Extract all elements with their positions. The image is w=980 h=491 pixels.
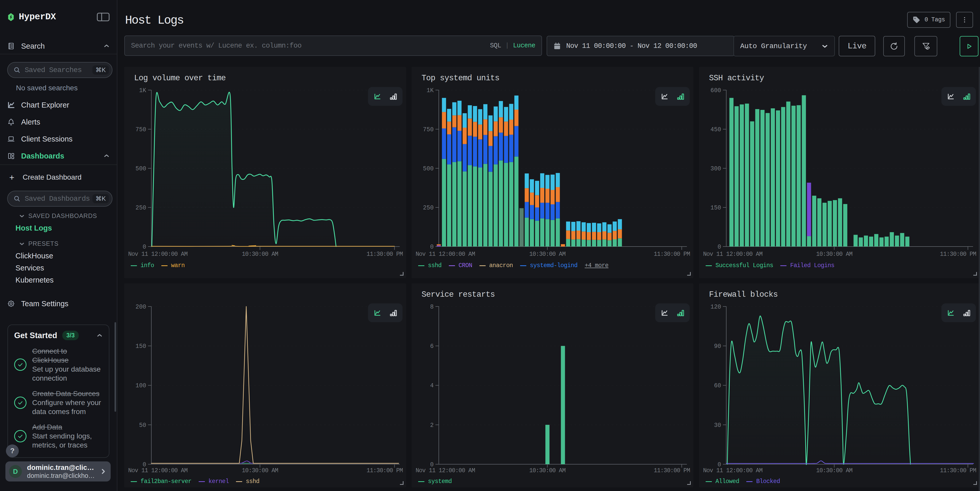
svg-text:300: 300 — [711, 165, 721, 172]
svg-text:150: 150 — [135, 343, 146, 350]
svg-text:10:30:00 AM: 10:30:00 AM — [529, 467, 565, 474]
svg-text:2: 2 — [430, 422, 434, 429]
svg-text:120: 120 — [711, 303, 721, 310]
svg-text:Nov 11 12:00:00 AM: Nov 11 12:00:00 AM — [703, 251, 762, 257]
svg-text:8: 8 — [430, 303, 434, 310]
svg-text:90: 90 — [714, 343, 721, 350]
svg-text:50: 50 — [139, 422, 146, 429]
svg-text:11:30:00 PM: 11:30:00 PM — [654, 251, 690, 257]
svg-text:0: 0 — [143, 244, 146, 250]
svg-text:Nov 11 12:00:00 AM: Nov 11 12:00:00 AM — [415, 251, 475, 257]
svg-text:100: 100 — [135, 382, 146, 389]
svg-text:Nov 11 12:00:00 AM: Nov 11 12:00:00 AM — [415, 467, 475, 474]
svg-text:10:30:00 AM: 10:30:00 AM — [816, 251, 852, 257]
svg-text:750: 750 — [135, 126, 146, 133]
svg-text:150: 150 — [711, 205, 721, 211]
svg-text:10:30:00 AM: 10:30:00 AM — [529, 251, 565, 257]
svg-text:500: 500 — [135, 165, 146, 172]
svg-text:Nov 11 12:00:00 AM: Nov 11 12:00:00 AM — [703, 467, 762, 474]
svg-text:0: 0 — [718, 244, 721, 250]
svg-text:450: 450 — [711, 126, 721, 133]
svg-text:250: 250 — [423, 205, 434, 211]
svg-text:60: 60 — [714, 382, 721, 389]
svg-text:Nov 11 12:00:00 AM: Nov 11 12:00:00 AM — [128, 251, 188, 257]
svg-text:250: 250 — [135, 205, 146, 211]
svg-text:10:30:00 AM: 10:30:00 AM — [242, 467, 278, 474]
svg-text:4: 4 — [430, 382, 434, 389]
svg-text:600: 600 — [711, 87, 721, 94]
svg-text:1K: 1K — [139, 87, 146, 94]
svg-text:500: 500 — [423, 165, 434, 172]
svg-text:11:30:00 PM: 11:30:00 PM — [366, 467, 403, 474]
svg-text:10:30:00 AM: 10:30:00 AM — [816, 467, 852, 474]
svg-text:10:30:00 AM: 10:30:00 AM — [242, 251, 278, 257]
svg-text:11:30:00 PM: 11:30:00 PM — [366, 251, 403, 257]
svg-text:11:30:00 PM: 11:30:00 PM — [654, 467, 690, 474]
svg-text:11:30:00 PM: 11:30:00 PM — [940, 467, 976, 474]
svg-text:11:30:00 PM: 11:30:00 PM — [940, 251, 976, 257]
svg-text:Nov 11 12:00:00 AM: Nov 11 12:00:00 AM — [128, 467, 188, 474]
svg-text:200: 200 — [135, 303, 146, 310]
svg-text:6: 6 — [430, 343, 434, 350]
svg-text:0: 0 — [430, 244, 434, 250]
svg-text:30: 30 — [714, 422, 721, 429]
svg-text:750: 750 — [423, 126, 434, 133]
svg-text:1K: 1K — [426, 87, 434, 94]
